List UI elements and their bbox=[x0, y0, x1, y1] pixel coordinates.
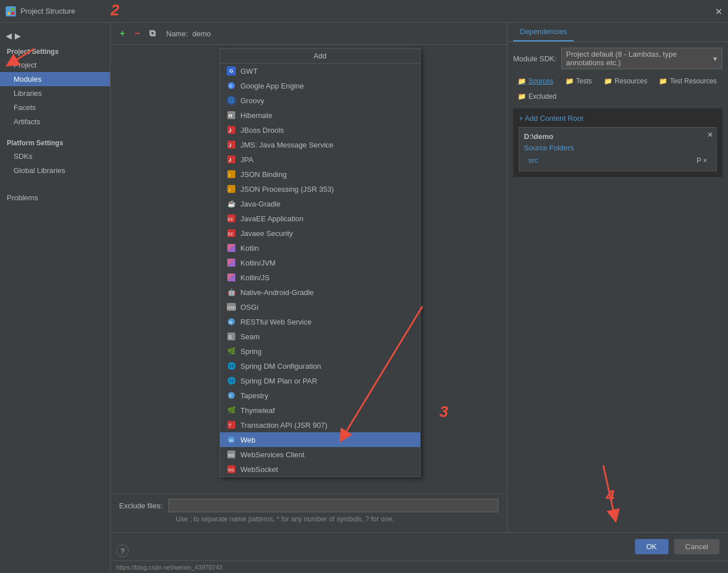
sidebar-item-sdks[interactable]: SDKs bbox=[0, 149, 110, 163]
source-folders-label: Source Folders bbox=[524, 144, 712, 152]
sidebar-item-modules[interactable]: Modules bbox=[0, 72, 110, 86]
menu-item-spring[interactable]: 🌿 Spring bbox=[220, 344, 420, 359]
name-value: demo bbox=[192, 30, 211, 38]
menu-item-javaee-sec[interactable]: EE Javaee Security bbox=[220, 226, 420, 241]
jpa-icon: J bbox=[227, 155, 236, 164]
help-button[interactable]: ? bbox=[116, 545, 129, 557]
menu-item-seam[interactable]: S Seam bbox=[220, 329, 420, 344]
close-button[interactable]: ✕ bbox=[715, 6, 722, 16]
menu-item-tapestry[interactable]: T Tapestry bbox=[220, 388, 420, 403]
websocket-icon: WS bbox=[227, 465, 236, 474]
source-tab-test-resources[interactable]: 📁 Test Resources bbox=[654, 75, 721, 87]
source-tab-sources[interactable]: 📁 Sources bbox=[513, 75, 558, 87]
name-label: Name: bbox=[166, 30, 188, 38]
menu-item-groovy-label: Groovy bbox=[240, 96, 264, 105]
menu-item-kotlin-jvm[interactable]: Kotlin/JVM bbox=[220, 255, 420, 270]
platform-settings-label: Platform Settings bbox=[0, 134, 110, 149]
javaee-sec-icon: EE bbox=[227, 229, 236, 238]
tab-content: Module SDK: Project default (8 - Lambdas… bbox=[507, 42, 728, 183]
hibernate-icon: H bbox=[227, 111, 236, 120]
sidebar-item-artifacts[interactable]: Artifacts bbox=[0, 115, 110, 129]
menu-item-spring-dm-plan[interactable]: 🌐 Spring DM Plan or PAR bbox=[220, 373, 420, 388]
menu-item-javaee-app[interactable]: EE JavaEE Application bbox=[220, 211, 420, 226]
svg-text:OSGi: OSGi bbox=[227, 306, 236, 310]
sidebar-item-project[interactable]: Project bbox=[0, 58, 110, 72]
problems-label[interactable]: Problems bbox=[7, 193, 103, 202]
menu-item-json-binding[interactable]: J JSON Binding bbox=[220, 167, 420, 182]
menu-item-hibernate-label: Hibernate bbox=[240, 111, 272, 120]
menu-item-spring-dm-plan-label: Spring DM Plan or PAR bbox=[240, 377, 318, 385]
source-tab-tests[interactable]: 📁 Tests bbox=[561, 75, 596, 87]
menu-item-gwt[interactable]: G GWT bbox=[220, 64, 420, 78]
excluded-folder-icon: 📁 bbox=[518, 92, 526, 100]
copy-button[interactable]: ⧉ bbox=[146, 27, 158, 40]
menu-item-websocket[interactable]: WS WebSocket bbox=[220, 462, 420, 477]
add-menu-list: G GWT G Google App Engine G Groovy H bbox=[220, 64, 420, 477]
svg-text:J: J bbox=[228, 128, 231, 133]
exclude-input[interactable] bbox=[168, 499, 498, 512]
sidebar-item-global-libraries[interactable]: Global Libraries bbox=[0, 163, 110, 178]
svg-text:W: W bbox=[229, 438, 234, 443]
menu-item-json-processing[interactable]: J JSON Processing (JSR 353) bbox=[220, 182, 420, 196]
svg-rect-1 bbox=[11, 8, 14, 11]
source-tab-tests-label: Tests bbox=[576, 77, 592, 85]
title-bar: Project Structure 2 ✕ bbox=[0, 0, 728, 23]
menu-item-thymeleaf[interactable]: 🌿 Thymeleaf bbox=[220, 403, 420, 418]
thymeleaf-icon: 🌿 bbox=[227, 406, 236, 415]
menu-item-osgi[interactable]: OSGi OSGi bbox=[220, 300, 420, 314]
menu-item-restful[interactable]: R RESTful Web Service bbox=[220, 314, 420, 329]
menu-item-jpa[interactable]: J JPA bbox=[220, 152, 420, 167]
menu-item-android[interactable]: 🤖 Native-Android-Gradle bbox=[220, 285, 420, 300]
menu-item-hibernate[interactable]: H Hibernate bbox=[220, 108, 420, 123]
source-folder-actions[interactable]: P × bbox=[697, 157, 707, 165]
tab-dependencies[interactable]: Dependencies bbox=[513, 23, 574, 41]
svg-text:EE: EE bbox=[228, 232, 234, 236]
add-button[interactable]: + bbox=[116, 27, 129, 40]
menu-item-gae[interactable]: G Google App Engine bbox=[220, 78, 420, 93]
seam-icon: S bbox=[227, 332, 236, 341]
menu-item-kotlin[interactable]: Kotlin bbox=[220, 241, 420, 255]
java-gradle-icon: ☕ bbox=[227, 199, 236, 208]
root-panel-title: D:\demo bbox=[524, 132, 712, 141]
source-folder-item-src: src P × bbox=[524, 154, 712, 166]
source-tab-resources-label: Resources bbox=[615, 77, 647, 85]
menu-item-groovy[interactable]: G Groovy bbox=[220, 93, 420, 108]
json-processing-icon: J bbox=[227, 184, 236, 193]
menu-item-web[interactable]: W Web bbox=[220, 432, 420, 447]
sources-folder-icon: 📁 bbox=[518, 77, 526, 85]
add-menu-header: Add bbox=[220, 49, 420, 64]
annotation-3: 3 bbox=[439, 403, 448, 421]
svg-text:R: R bbox=[229, 320, 232, 325]
content-area: + − ⧉ Name: demo Add G GWT G Google A bbox=[111, 23, 728, 573]
svg-text:T: T bbox=[229, 394, 232, 399]
spring-dm-config-icon: 🌐 bbox=[227, 361, 236, 370]
ok-button[interactable]: OK bbox=[635, 539, 668, 554]
menu-item-kotlin-js[interactable]: Kotlin/JS bbox=[220, 270, 420, 285]
source-tab-excluded[interactable]: 📁 Excluded bbox=[513, 90, 561, 103]
menu-item-spring-dm-config[interactable]: 🌐 Spring DM Configuration bbox=[220, 359, 420, 373]
menu-item-jms[interactable]: J JMS: Java Message Service bbox=[220, 137, 420, 152]
menu-item-restful-label: RESTful Web Service bbox=[240, 318, 311, 326]
menu-item-jboss[interactable]: J JBoss Drools bbox=[220, 123, 420, 137]
test-resources-folder-icon: 📁 bbox=[659, 77, 667, 85]
source-tab-sources-label: Sources bbox=[528, 77, 553, 85]
menu-item-java-gradle[interactable]: ☕ Java-Gradle bbox=[220, 196, 420, 211]
cancel-button[interactable]: Cancel bbox=[674, 539, 719, 554]
root-panel-close[interactable]: ✕ bbox=[707, 130, 713, 139]
menu-item-webservices[interactable]: WS WebServices Client bbox=[220, 447, 420, 462]
sdk-value[interactable]: Project default (8 - Lambdas, type annot… bbox=[561, 48, 722, 69]
source-tab-resources[interactable]: 📁 Resources bbox=[599, 75, 651, 87]
sidebar-item-libraries[interactable]: Libraries bbox=[0, 86, 110, 100]
remove-button[interactable]: − bbox=[131, 27, 143, 40]
back-button[interactable]: ◀ bbox=[6, 31, 12, 40]
sidebar-item-facets[interactable]: Facets bbox=[0, 100, 110, 115]
right-panel: Dependencies Module SDK: Project default… bbox=[507, 23, 728, 573]
sidebar: ◀ ▶ Project Settings Project Modules Lib… bbox=[0, 23, 111, 573]
forward-button[interactable]: ▶ bbox=[15, 31, 21, 40]
menu-item-transaction[interactable]: T Transaction API (JSR 907) bbox=[220, 418, 420, 432]
menu-item-javaee-app-label: JavaEE Application bbox=[240, 214, 303, 223]
sdk-dropdown-icon[interactable]: ▾ bbox=[713, 54, 717, 63]
exclude-row: Exclude files: bbox=[119, 499, 498, 512]
kotlin-icon bbox=[227, 243, 236, 252]
add-content-root[interactable]: + Add Content Root bbox=[519, 114, 717, 123]
